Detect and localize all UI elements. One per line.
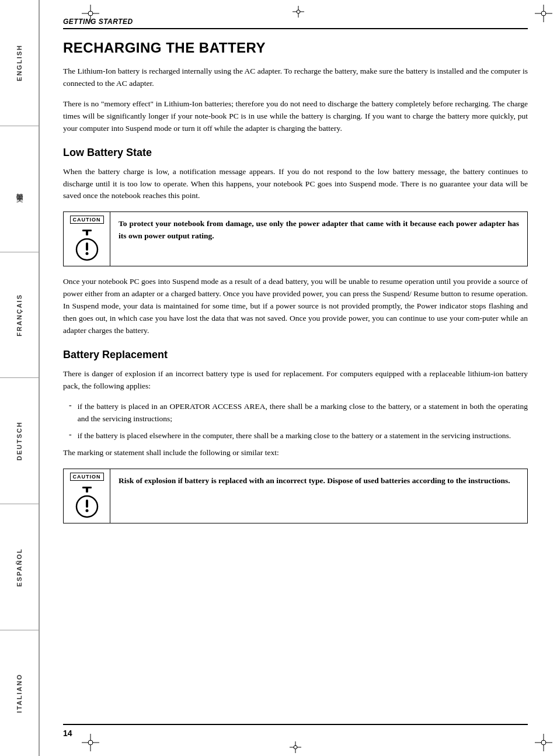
caution-symbol-1 <box>73 228 101 262</box>
low-battery-heading: Low Battery State <box>63 147 528 159</box>
caution-box-2: CAUTION Risk of explosion if battery is … <box>63 469 528 523</box>
section-header: GETTING STARTED <box>63 18 528 29</box>
deutsch-label: DEUTSCH <box>16 421 23 460</box>
low-battery-text: When the battery charge is low, a notifi… <box>63 166 528 203</box>
battery-replacement-heading: Battery Replacement <box>63 349 528 361</box>
sidebar-item-italiano: ITALIANO <box>0 630 39 756</box>
list-dash-1: - <box>69 401 72 425</box>
svg-rect-28 <box>86 242 88 251</box>
italiano-label: ITALIANO <box>16 674 23 713</box>
caution-icon-2 <box>73 485 101 519</box>
list-item-1: - if the battery is placed in an OPERATO… <box>63 401 528 425</box>
svg-point-7 <box>541 11 546 16</box>
francais-label: FRANÇAIS <box>16 294 23 337</box>
svg-rect-31 <box>86 487 88 493</box>
list-content-2: if the battery is placed elsewhere in th… <box>78 430 511 442</box>
cross-bottom-icon <box>290 741 301 753</box>
caution-text-2: Risk of explosion if battery is replaced… <box>110 469 518 523</box>
page-number: 14 <box>63 729 72 738</box>
list-item-2: - if the battery is placed elsewhere in … <box>63 430 528 442</box>
sidebar-item-espanol: ESPAÑOL <box>0 504 39 630</box>
sidebar-item-english: ENGLISH <box>0 0 39 126</box>
sidebar-item-chinese: 繁體中文 <box>0 126 39 252</box>
caution-text-1: To protect your notebook from damage, us… <box>110 212 527 266</box>
caution-label-area-2: CAUTION <box>64 469 110 523</box>
page-title: RECHARGING THE BATTERY <box>63 40 528 56</box>
svg-rect-33 <box>86 500 88 508</box>
svg-point-17 <box>541 740 546 745</box>
list-content-1: if the battery is placed in an OPERATOR … <box>78 401 528 425</box>
sidebar-item-deutsch: DEUTSCH <box>0 378 39 504</box>
reg-mark-top-left <box>82 5 99 22</box>
suspend-paragraph: Once your notebook PC goes into Suspend … <box>63 276 528 337</box>
chinese-label: 繁體中文 <box>15 188 25 190</box>
svg-rect-26 <box>86 230 88 235</box>
sidebar: ENGLISH 繁體中文 FRANÇAIS DEUTSCH ESPAÑOL IT… <box>0 0 40 756</box>
svg-point-29 <box>85 252 88 255</box>
caution-label-area-1: CAUTION <box>64 212 110 266</box>
paragraph-1: The Lithium-Ion battery is recharged int… <box>63 65 528 90</box>
sidebar-item-francais: FRANÇAIS <box>0 252 39 379</box>
caution-word-1: CAUTION <box>70 216 104 224</box>
paragraph-2: There is no "memory effect" in Lithium-I… <box>63 98 528 135</box>
main-content: GETTING STARTED RECHARGING THE BATTERY T… <box>40 0 557 756</box>
caution-word-2: CAUTION <box>70 473 104 481</box>
cross-top-icon <box>293 6 304 18</box>
marking-text: The marking or statement shall include t… <box>63 447 528 459</box>
caution-box-1: CAUTION To protect your notebook from da… <box>63 211 528 266</box>
reg-mark-top-right <box>535 5 552 22</box>
page-wrapper: ENGLISH 繁體中文 FRANÇAIS DEUTSCH ESPAÑOL IT… <box>0 0 557 756</box>
list-dash-2: - <box>69 430 72 442</box>
caution-icon-1 <box>73 228 101 262</box>
battery-replacement-text: There is danger of explosion if an incor… <box>63 368 528 393</box>
page-footer: 14 <box>63 724 528 738</box>
svg-point-12 <box>88 740 93 745</box>
english-label: ENGLISH <box>16 44 23 81</box>
svg-point-34 <box>85 509 88 512</box>
reg-mark-bottom-right <box>535 734 552 751</box>
espanol-label: ESPAÑOL <box>16 548 23 587</box>
svg-point-2 <box>88 11 93 16</box>
caution-symbol-2 <box>73 485 101 519</box>
